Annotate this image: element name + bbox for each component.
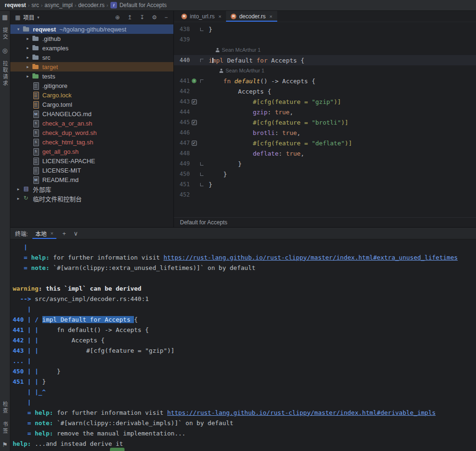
new-terminal-button[interactable]: +: [61, 230, 68, 237]
breadcrumb-item[interactable]: async_impl: [45, 2, 73, 8]
tree-item-README.md[interactable]: README.md: [10, 175, 173, 184]
chevron-down-icon[interactable]: ▾: [37, 15, 39, 20]
tool-windows-icon[interactable]: ▦: [2, 14, 8, 20]
code-line-444[interactable]: 444 gzip: true,: [174, 107, 476, 117]
line-number: 446: [174, 129, 190, 136]
chevron-right-icon[interactable]: ▸: [23, 46, 32, 50]
stripe-top-group: ▦提交◎拉取请求: [1, 14, 9, 87]
editor-tab-decoder.rs[interactable]: Rdecoder.rs×: [226, 11, 277, 22]
editor-tab-into_url.rs[interactable]: Rinto_url.rs×: [177, 11, 226, 22]
fold-marker-icon[interactable]: [200, 59, 203, 62]
tree-item-.github[interactable]: ▸.github: [10, 34, 173, 43]
terminal-link[interactable]: https://rust-lang.github.io/rust-clippy/…: [164, 254, 458, 261]
code-line-438[interactable]: 438}: [174, 24, 476, 34]
cfg-feature-checkbox[interactable]: ✓: [192, 120, 197, 125]
tree-item-tests[interactable]: ▸tests: [10, 71, 173, 81]
code-line-450[interactable]: 450 }: [174, 169, 476, 179]
tree-item-LICENSE-APACHE[interactable]: LICENSE-APACHE: [10, 156, 173, 166]
pull-request-icon[interactable]: ◎: [2, 47, 8, 54]
tree-item-check_a_or_an.sh[interactable]: check_a_or_an.sh: [10, 119, 173, 128]
fold-marker-icon[interactable]: [200, 183, 203, 186]
chevron-right-icon[interactable]: ▸: [23, 55, 32, 60]
code-line-446[interactable]: 446 brotli: true,: [174, 127, 476, 138]
chevron-down-icon[interactable]: ▾: [14, 27, 23, 32]
cfg-feature-checkbox[interactable]: ✓: [192, 99, 197, 104]
tree-item-外部库[interactable]: ▸外部库: [10, 184, 173, 194]
terminal-line: 442 | | Accepts {: [13, 335, 476, 345]
line-number: 445: [174, 119, 190, 126]
tree-item-label: 外部库: [33, 185, 51, 194]
terminal-line: 451 | | }: [13, 376, 476, 387]
fold-marker-icon[interactable]: [200, 162, 203, 166]
editor-breadcrumb-label[interactable]: Default for Accepts: [180, 219, 227, 226]
chevron-right-icon[interactable]: ▸: [23, 74, 32, 79]
tree-item-check_dup_word.sh[interactable]: check_dup_word.sh: [10, 128, 173, 137]
stripe-inspect-button[interactable]: 检查: [1, 401, 9, 414]
locate-file-icon[interactable]: ⊕: [115, 14, 120, 21]
tree-item-target[interactable]: ▸target: [10, 62, 173, 71]
code-line-448[interactable]: 448 deflate: true,: [174, 148, 476, 158]
tree-item-reqwest[interactable]: ▾reqwest~/tgolang-github/reqwest: [10, 24, 173, 34]
tree-item-examples[interactable]: ▸examples: [10, 43, 173, 53]
tree-item-Cargo.toml[interactable]: Cargo.toml: [10, 100, 173, 109]
code-line-442[interactable]: 442 Accepts {: [174, 86, 476, 96]
chevron-right-icon[interactable]: ▸: [14, 187, 23, 191]
tree-item-.gitignore[interactable]: .gitignore: [10, 81, 173, 90]
code-line-451[interactable]: 451}: [174, 179, 476, 190]
close-icon[interactable]: ×: [269, 14, 272, 19]
chevron-right-icon[interactable]: ▸: [14, 196, 23, 201]
breadcrumb-context[interactable]: Default for Accepts: [119, 2, 167, 8]
project-tree[interactable]: ▾reqwest~/tgolang-github/reqwest▸.github…: [10, 24, 173, 227]
expand-all-icon[interactable]: ↥: [127, 14, 132, 21]
fold-marker-icon[interactable]: [200, 173, 203, 176]
tree-item-临时文件和控制台[interactable]: ▸临时文件和控制台: [10, 194, 173, 203]
editor-tabbar: Rinto_url.rs×Rdecoder.rs×: [174, 11, 476, 22]
code-line-449[interactable]: 449 }: [174, 158, 476, 169]
tree-item-check_html_tag.sh[interactable]: check_html_tag.sh: [10, 137, 173, 147]
breadcrumb-project[interactable]: reqwest: [5, 2, 26, 8]
terminal-options-chevron-icon[interactable]: ∨: [72, 230, 79, 237]
collapse-all-icon[interactable]: ↧: [140, 14, 144, 21]
tree-item-label: target: [42, 63, 58, 71]
hide-panel-icon[interactable]: −: [164, 14, 168, 21]
code-line-452[interactable]: 452: [174, 190, 476, 200]
stripe-bookmarks-button[interactable]: 书签: [1, 421, 9, 435]
chevron-right-icon[interactable]: ▸: [23, 64, 32, 69]
breadcrumb-separator-icon: ›: [41, 2, 43, 8]
terminal-tab-local[interactable]: 本地 ×: [32, 228, 56, 239]
terminal-link[interactable]: https://rust-lang.github.io/rust-clippy/…: [167, 409, 436, 416]
project-panel-title[interactable]: 项目: [23, 13, 34, 21]
tree-item-CHANGELOG.md[interactable]: CHANGELOG.md: [10, 109, 173, 119]
code-line-440[interactable]: 440impl Default for Accepts {: [174, 55, 476, 65]
breadcrumb-item[interactable]: decoder.rs: [78, 2, 104, 8]
stripe-commit-button[interactable]: 提交: [1, 27, 9, 40]
tree-item-get_all_go.sh[interactable]: get_all_go.sh: [10, 147, 173, 156]
code-line-441[interactable]: 441↑ fn default() -> Accepts {: [174, 76, 476, 86]
tree-item-path: ~/tgolang-github/reqwest: [59, 26, 126, 33]
fold-marker-icon[interactable]: [200, 79, 203, 83]
tree-item-LICENSE-MIT[interactable]: LICENSE-MIT: [10, 166, 173, 175]
project-panel: ▦ 项目 ▾ ⊕↥↧⚙− ▾reqwest~/tgolang-github/re…: [10, 11, 174, 227]
line-number: 439: [174, 36, 190, 43]
cfg-feature-checkbox[interactable]: ✓: [192, 141, 197, 146]
stripe-pull-requests-button[interactable]: 拉取请求: [1, 61, 9, 87]
code-line-439[interactable]: 439: [174, 34, 476, 45]
terminal-output[interactable]: | = help: for further information visit …: [10, 239, 476, 451]
editor[interactable]: 438}439Sean McArthur 1440impl Default fo…: [174, 22, 476, 217]
code-line-445[interactable]: 445✓ #[cfg(feature = "brotli")]: [174, 117, 476, 127]
breadcrumb-item[interactable]: src: [31, 2, 39, 8]
gutter-marker-icon[interactable]: ↑: [192, 79, 196, 83]
author-inlay[interactable]: Sean McArthur 1: [174, 65, 476, 76]
settings-icon[interactable]: ⚙: [152, 14, 157, 21]
project-panel-header: ▦ 项目 ▾ ⊕↥↧⚙−: [10, 11, 173, 24]
tree-item-Cargo.lock[interactable]: Cargo.lock: [10, 90, 173, 100]
bookmark-flag-icon[interactable]: ⚑: [2, 442, 8, 448]
close-icon[interactable]: ×: [218, 14, 221, 19]
author-inlay[interactable]: Sean McArthur 1: [174, 45, 476, 55]
tree-item-src[interactable]: ▸src: [10, 53, 173, 62]
fold-marker-icon[interactable]: [200, 28, 203, 31]
close-icon[interactable]: ×: [50, 230, 53, 236]
code-line-443[interactable]: 443✓ #[cfg(feature = "gzip")]: [174, 96, 476, 107]
chevron-right-icon[interactable]: ▸: [23, 36, 32, 41]
code-line-447[interactable]: 447✓ #[cfg(feature = "deflate")]: [174, 138, 476, 148]
